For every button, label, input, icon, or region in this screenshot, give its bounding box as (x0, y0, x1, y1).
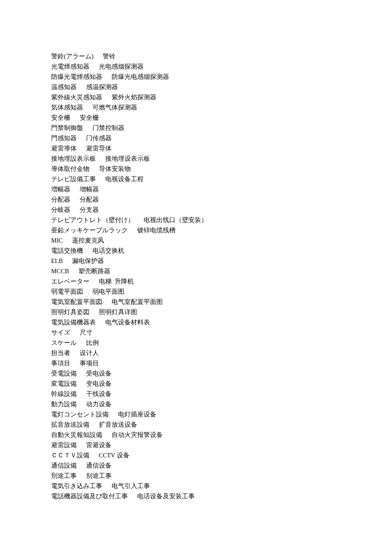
term-japanese: 警鈴(アラーム) (51, 53, 94, 60)
term-japanese: 動力設備 (51, 401, 77, 408)
glossary-row: 電話交換機 电话交换机 (51, 246, 341, 256)
term-japanese: 事項目 (51, 360, 70, 367)
term-japanese: ELB (51, 257, 63, 264)
term-japanese: テレビ設備工事 (51, 176, 96, 182)
glossary-row: 電灯コンセント設備 电灯插座设备 (51, 409, 341, 419)
term-chinese: CCTV 设备 (99, 452, 130, 459)
glossary-row: 照明灯具姿図 照明灯具详图 (51, 307, 341, 317)
term-chinese: 弱电平面图 (92, 288, 124, 295)
term-chinese: 安全栅 (80, 114, 99, 121)
term-chinese: 比例 (86, 339, 99, 346)
term-japanese: 気体感知器 (51, 104, 83, 111)
term-separator (89, 63, 99, 70)
term-japanese: スケール (51, 339, 77, 346)
term-chinese: 事项目 (80, 360, 99, 367)
term-japanese: 電灯コンセント設備 (51, 411, 109, 418)
term-japanese: 照明灯具姿図 (51, 309, 89, 315)
glossary-row: 温感知器 感温探测器 (51, 82, 341, 92)
term-chinese: 感温探测器 (86, 84, 118, 90)
term-japanese: 別途工事 (51, 472, 77, 479)
term-japanese: 電話機器設備及び取付工事 (51, 493, 128, 500)
glossary-row: 電話機器設備及び取付工事 电话设备及安装工事 (51, 491, 341, 501)
term-japanese: 門感知器 (51, 135, 77, 142)
term-separator (96, 155, 105, 162)
term-chinese: 门禁控制器 (92, 124, 124, 131)
term-separator (70, 360, 80, 367)
term-japanese: 分岐器 (51, 206, 70, 213)
term-separator (89, 278, 99, 285)
term-separator (77, 370, 86, 377)
term-chinese: 避雷导体 (86, 145, 112, 152)
term-separator (102, 483, 112, 489)
term-japanese: 門禁制御盤 (51, 124, 83, 131)
term-separator (83, 288, 92, 295)
term-chinese: 遥控麦克风 (72, 237, 104, 244)
glossary-row: 警鈴(アラーム) 警铃 (51, 51, 341, 61)
term-japanese: 変電設備 (51, 380, 77, 387)
term-separator (134, 217, 144, 223)
term-chinese: 电话设备及安装工事 (137, 493, 195, 500)
term-japanese: 増幅器 (51, 186, 70, 193)
term-chinese: 电话交换机 (92, 247, 124, 254)
glossary-row: 別途工事 别途工事 (51, 471, 341, 481)
glossary-row: 紫外線火災感知器 紫外火焰探测器 (51, 92, 341, 102)
glossary-row: 自動火災報知設備 自动火灾报警设备 (51, 430, 341, 440)
term-separator (63, 257, 72, 264)
term-japanese: MIC (51, 237, 63, 244)
glossary-row: 事項目 事项目 (51, 358, 341, 368)
term-separator (89, 309, 99, 315)
glossary-row: 防爆光電煙感知器 防爆光电感烟探测器 (51, 72, 341, 82)
term-japanese: 受電設備 (51, 370, 77, 377)
term-chinese: 干线设备 (86, 390, 112, 397)
term-separator (69, 268, 78, 275)
term-chinese: 光电感烟探测器 (99, 63, 144, 70)
glossary-row: 担当者 设计人 (51, 348, 341, 358)
glossary-row: ＣＣＴＶ設備 CCTV 设备 (51, 450, 341, 460)
glossary-row: 電気引き込み工事 电气引入工事 (51, 481, 341, 491)
glossary-row: スケール 比例 (51, 338, 341, 348)
glossary-row: 分配器 分配器 (51, 194, 341, 205)
term-japanese: 自動火災報知設備 (51, 431, 102, 438)
glossary-row: 電気室配置平面図 电气室配置平面图 (51, 297, 341, 307)
glossary-row: 避雷設備 雷避设备 (51, 440, 341, 450)
glossary-row: 光電煙感知器 光电感烟探测器 (51, 61, 341, 72)
glossary-row: 接地埋設表示板 接地埋设表示板 (51, 153, 341, 164)
term-separator (77, 462, 86, 469)
term-japanese: サイズ (51, 329, 70, 336)
term-separator (102, 298, 112, 305)
term-separator (77, 390, 86, 397)
glossary-row: 安全柵 安全栅 (51, 113, 341, 123)
term-separator (102, 431, 112, 438)
term-japanese: テレビアウトレト（壁付け） (51, 217, 134, 223)
term-separator (77, 472, 86, 479)
term-chinese: 扩音放送设备 (99, 421, 137, 428)
glossary-row: MCCB 塑壳断路器 (51, 266, 341, 276)
term-separator (70, 206, 80, 213)
glossary-row: テレビアウトレト（壁付け） 电视出线口（壁安装） (51, 215, 341, 225)
glossary-row: テレビ設備工事 电视设备工程 (51, 174, 341, 184)
term-japanese: 温感知器 (51, 84, 77, 90)
term-separator (89, 165, 99, 172)
term-chinese: 塑壳断路器 (78, 268, 110, 275)
term-japanese: 分配器 (51, 196, 70, 203)
glossary-row: 通信設備 通信设备 (51, 460, 341, 471)
term-separator (70, 114, 80, 121)
term-japanese: 安全柵 (51, 114, 70, 121)
glossary-row: 弱電平面図 弱电平面图 (51, 286, 341, 297)
term-chinese: 自动火灾报警设备 (112, 431, 163, 438)
term-japanese: 弱電平面図 (51, 288, 83, 295)
term-separator (83, 124, 92, 131)
term-separator (83, 104, 92, 111)
term-chinese: 动力设备 (86, 401, 112, 408)
glossary-row: 動力設備 动力设备 (51, 399, 341, 409)
term-chinese: 雷避设备 (86, 442, 112, 448)
term-chinese: 可燃气体探测器 (92, 104, 137, 111)
term-separator (96, 176, 105, 182)
glossary-list: 警鈴(アラーム) 警铃光電煙感知器 光电感烟探测器防爆光電煙感知器 防爆光电感烟… (51, 51, 341, 501)
term-chinese: 防爆光电感烟探测器 (112, 73, 169, 80)
term-chinese: 电梯 升降机 (99, 278, 134, 285)
term-separator (102, 73, 112, 80)
term-separator (83, 247, 92, 254)
glossary-row: ELB 漏电保护器 (51, 256, 341, 266)
term-chinese: 接地埋设表示板 (105, 155, 150, 162)
